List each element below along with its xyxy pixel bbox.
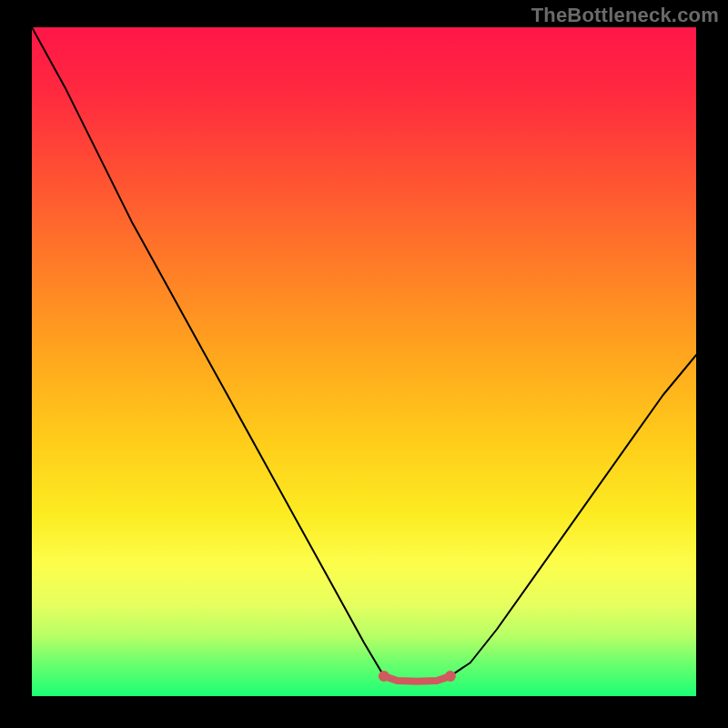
highlight-endpoint-right (445, 671, 456, 682)
highlight-endpoint-left (379, 671, 389, 682)
curve-bottom-highlight (384, 676, 450, 682)
chart-svg (32, 27, 696, 696)
chart-frame: TheBottleneck.com (0, 0, 728, 728)
curve-left-branch (32, 27, 384, 676)
plot-background (32, 27, 696, 696)
curve-right-branch (450, 355, 696, 676)
watermark-text: TheBottleneck.com (531, 4, 719, 27)
